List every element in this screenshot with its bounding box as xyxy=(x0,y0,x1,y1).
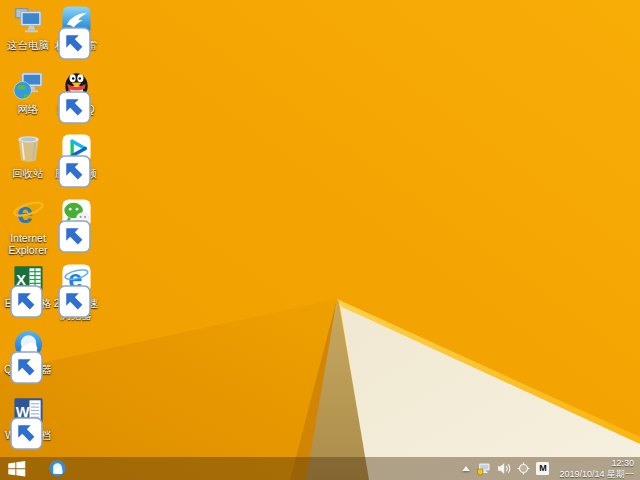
shortcut-arrow-icon xyxy=(10,351,21,362)
word-icon: W xyxy=(12,394,45,427)
taskbar-clock[interactable]: 12:30 2019/10/14 星期一 xyxy=(559,458,634,479)
network-warning-icon xyxy=(476,462,491,476)
clock-time: 12:30 xyxy=(559,458,634,469)
taskbar-qq-browser-button[interactable] xyxy=(42,457,72,480)
volume-icon xyxy=(497,462,511,475)
desktop-icon-qq-browser[interactable]: QQ浏览器 xyxy=(2,328,54,375)
desktop-icon-recycle-bin[interactable]: 回收站 xyxy=(2,132,54,179)
crosshair-icon xyxy=(517,462,530,475)
shortcut-arrow-icon xyxy=(58,285,69,296)
volume-tray-icon[interactable] xyxy=(497,462,511,475)
taskbar: M 12:30 2019/10/14 星期一 xyxy=(0,457,640,480)
shortcut-arrow-icon xyxy=(10,417,21,428)
desktop-icon-internet-explorer[interactable]: e Internet Explorer xyxy=(2,197,54,256)
shortcut-arrow-icon xyxy=(58,220,69,231)
this-pc-icon xyxy=(12,4,45,37)
desktop-icon-network[interactable]: 网络 xyxy=(2,68,54,115)
desktop-icon-tencent-video[interactable]: 腾讯视频 xyxy=(50,132,102,179)
network-status-tray-icon[interactable] xyxy=(476,462,491,476)
shortcut-arrow-icon xyxy=(58,155,69,166)
desktop-icon-2345-browser[interactable]: e 2345加速浏览器 xyxy=(50,262,102,321)
desktop: 这台电脑 网络 回收站 xyxy=(0,0,640,480)
icon-label: 这台电脑 xyxy=(7,39,49,51)
app-tray-icon[interactable] xyxy=(517,462,530,475)
start-button[interactable] xyxy=(0,457,34,480)
network-icon xyxy=(12,68,45,101)
2345-browser-icon: e xyxy=(60,262,93,295)
desktop-icon-excel[interactable]: X Excel表格 xyxy=(2,262,54,309)
shortcut-arrow-icon xyxy=(10,285,21,296)
icon-label: Internet Explorer xyxy=(2,232,54,256)
ime-indicator[interactable]: M xyxy=(536,462,549,475)
icon-label: 回收站 xyxy=(12,167,44,179)
excel-icon: X xyxy=(12,262,45,295)
qq-browser-icon xyxy=(12,328,45,361)
clock-date: 2019/10/14 星期一 xyxy=(559,469,634,480)
windows-logo-icon xyxy=(8,461,26,477)
desktop-icon-wechat[interactable]: 微信 xyxy=(50,197,102,244)
shortcut-arrow-icon xyxy=(58,27,69,38)
desktop-icon-xunlei-speed[interactable]: 极速迅雷 xyxy=(50,4,102,51)
tencent-video-icon xyxy=(60,132,93,165)
shortcut-arrow-icon xyxy=(58,91,69,102)
show-hidden-icons-button[interactable] xyxy=(462,466,470,471)
icon-label: 网络 xyxy=(18,103,39,115)
desktop-icon-word[interactable]: W Word文档 xyxy=(2,394,54,441)
chevron-up-icon xyxy=(462,466,470,471)
xunlei-icon xyxy=(60,4,93,37)
wechat-icon xyxy=(60,197,93,230)
desktop-icon-tencent-qq[interactable]: 腾讯QQ xyxy=(50,68,102,115)
qq-browser-icon xyxy=(48,459,67,478)
desktop-icon-this-pc[interactable]: 这台电脑 xyxy=(2,4,54,51)
internet-explorer-icon: e xyxy=(12,197,45,230)
recycle-bin-icon xyxy=(12,132,45,165)
ime-label: M xyxy=(536,462,549,475)
qq-penguin-icon xyxy=(60,68,93,101)
system-tray: M 12:30 2019/10/14 星期一 xyxy=(462,458,634,479)
